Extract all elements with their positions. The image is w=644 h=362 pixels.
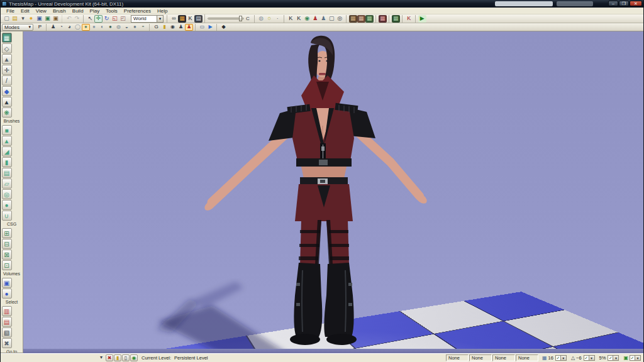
actor-locked-icon[interactable]: ♟ [185, 24, 193, 31]
detail-sphere-icon[interactable]: ◐ [98, 24, 106, 31]
clear-status-icon[interactable]: ✖ [106, 354, 113, 361]
camera-mode-icon[interactable]: ▦ [2, 33, 12, 43]
build-lighting-icon[interactable]: ▦ [357, 15, 365, 23]
staircase-brush-icon[interactable]: ▤ [2, 168, 12, 178]
open-map-icon[interactable]: ▤ [11, 15, 19, 23]
build-cover-icon[interactable]: ▦ [379, 15, 387, 23]
select-tool-icon[interactable]: ↖ [86, 15, 94, 23]
save-map-icon[interactable]: ▣ [35, 15, 43, 23]
fullscreen-icon[interactable]: ◍ [257, 15, 265, 23]
joystick-icon[interactable]: ◆ [219, 24, 228, 31]
undo-icon[interactable]: ↶ [65, 15, 73, 23]
sheet-brush-icon[interactable]: ▱ [2, 178, 12, 189]
titlebar[interactable]: ThesisMap - Unreal Development Kit (64-b… [1, 0, 643, 8]
csg-add-icon[interactable]: ⊞ [2, 228, 12, 238]
build-paths-icon[interactable]: ▦ [365, 15, 374, 23]
close-button[interactable]: ✕ [630, 1, 642, 6]
game-view-button[interactable]: G [152, 24, 160, 31]
volume-cube-icon[interactable]: ▣ [2, 278, 12, 288]
csg-subtract-icon[interactable]: ⊟ [2, 239, 12, 249]
open-recent-caret[interactable]: ▾ [19, 15, 27, 23]
frustum-volume-icon[interactable]: ▢ [328, 15, 336, 23]
menu-item[interactable]: Edit [18, 8, 33, 14]
autosave-checkbox[interactable]: ✓ [630, 355, 635, 361]
new-map-icon[interactable]: ▢ [3, 15, 11, 23]
favorites-icon[interactable]: ● [27, 15, 35, 23]
menu-item[interactable]: File [3, 8, 18, 14]
lightmap-sphere-icon[interactable]: ● [131, 24, 139, 31]
open-kismet-icon[interactable]: K [287, 15, 295, 23]
foliage-mode-icon[interactable]: ❋ [2, 107, 12, 118]
camera-preview-icon[interactable]: ◉ [169, 24, 177, 31]
chevron-down-icon[interactable]: ▾ [157, 16, 163, 22]
sphere-brush-icon[interactable]: ● [2, 200, 12, 210]
texture-align-mode-icon[interactable]: ✛ [2, 65, 12, 75]
lock-viewport-icon[interactable]: ▮ [160, 24, 169, 31]
redo-icon[interactable]: ↷ [73, 15, 81, 23]
slider-thumb[interactable] [239, 16, 242, 21]
save-all-icon[interactable]: ▣ [43, 15, 52, 23]
wireframe-sphere-icon[interactable]: ◯ [74, 24, 82, 31]
maximize-viewport-icon[interactable]: ▭ [198, 24, 206, 31]
visibility-status-icon[interactable]: ◉ [130, 354, 138, 361]
menu-item[interactable]: Brush [50, 8, 69, 14]
rotation-grid-checkbox[interactable]: ✓ [584, 355, 589, 361]
curved-staircase-brush-icon[interactable]: ◢ [2, 146, 12, 156]
chevron-down-icon[interactable]: ▾ [635, 355, 641, 361]
shader-sphere-icon[interactable]: ● [106, 24, 114, 31]
brush-status-icon[interactable]: ▮ [114, 354, 121, 361]
spiral-staircase-brush-icon[interactable]: ◎ [2, 189, 12, 199]
cone-brush-icon[interactable]: ▲ [2, 136, 12, 146]
chevron-down-icon[interactable]: ▾ [589, 355, 595, 361]
select-inside-icon[interactable]: ▥ [2, 306, 12, 316]
maximize-button[interactable]: ❐ [619, 1, 629, 6]
status-dropdown-caret[interactable]: ▾ [97, 354, 105, 361]
static-mesh-mode-icon[interactable]: ◆ [2, 86, 12, 96]
volume-sphere-icon[interactable]: ● [2, 288, 12, 299]
cube-brush-icon[interactable]: ■ [2, 125, 12, 135]
cinematic-mode-icon[interactable]: ○ [265, 15, 274, 23]
menu-item[interactable]: Build [69, 8, 87, 14]
scale-tool-icon[interactable]: ◱ [111, 15, 119, 23]
csg-intersect-icon[interactable]: ⊠ [2, 250, 12, 260]
emulate-mobile-icon[interactable]: · [274, 15, 282, 23]
world-mode-selector[interactable]: World ▾ [131, 15, 164, 23]
drag-grid-checkbox[interactable]: ✓ [555, 355, 561, 361]
menu-item[interactable]: Play [87, 8, 103, 14]
group-actors-icon[interactable]: ♟ [319, 15, 328, 23]
character-model[interactable] [202, 31, 428, 349]
player-start-icon[interactable]: ♟ [311, 15, 319, 23]
geometry-mode-icon[interactable]: ◇ [2, 43, 12, 53]
minimize-button[interactable]: – [608, 1, 618, 6]
rotate-tool-icon[interactable]: ↻ [103, 15, 111, 23]
shadow-sphere-icon[interactable]: ◍ [114, 24, 123, 31]
save-package-icon[interactable]: ▣ [52, 15, 60, 23]
menu-item[interactable]: View [33, 8, 50, 14]
menu-item[interactable]: Preferences [121, 8, 154, 14]
modes-dropdown[interactable]: Modes ▾ [2, 24, 33, 31]
scale-snap-checkbox[interactable]: ✓ [608, 355, 613, 361]
tpose-player-icon[interactable]: ♟ [49, 24, 57, 31]
menu-item[interactable]: Tools [103, 8, 121, 14]
new-kismet-icon[interactable]: K [295, 15, 303, 23]
reflection-sphere-icon[interactable]: ◒ [123, 24, 131, 31]
terrain-mode-icon[interactable]: ▲ [2, 54, 12, 64]
socket-snap-icon[interactable]: ◎ [336, 15, 344, 23]
select-replace-icon[interactable]: ▧ [2, 327, 12, 337]
curved-sheet-brush-icon[interactable]: ∪ [2, 211, 12, 221]
build-geometry-icon[interactable]: ▦ [349, 15, 357, 23]
camera-speed-icon[interactable]: ◕ [65, 24, 74, 31]
realtime-preview-icon[interactable]: ▶ [206, 24, 214, 31]
density-sphere-icon[interactable]: ◓ [139, 24, 147, 31]
select-touching-icon[interactable]: ▤ [2, 317, 12, 327]
lit-sphere-icon[interactable]: ● [82, 24, 90, 31]
camera-speed-slider[interactable]: C [208, 16, 250, 21]
landscape-mode-icon[interactable]: ▲ [2, 97, 12, 107]
film-status-icon[interactable]: ▯ [122, 354, 130, 361]
scale-nonuniform-tool-icon[interactable]: ◰ [119, 15, 127, 23]
perspective-view-button[interactable]: P [36, 24, 44, 31]
translate-tool-icon[interactable]: ✛ [94, 15, 103, 23]
kismet-icon[interactable]: K [186, 15, 194, 23]
unlit-sphere-icon[interactable]: ● [90, 24, 98, 31]
csg-deintersect-icon[interactable]: ⊡ [2, 260, 12, 270]
